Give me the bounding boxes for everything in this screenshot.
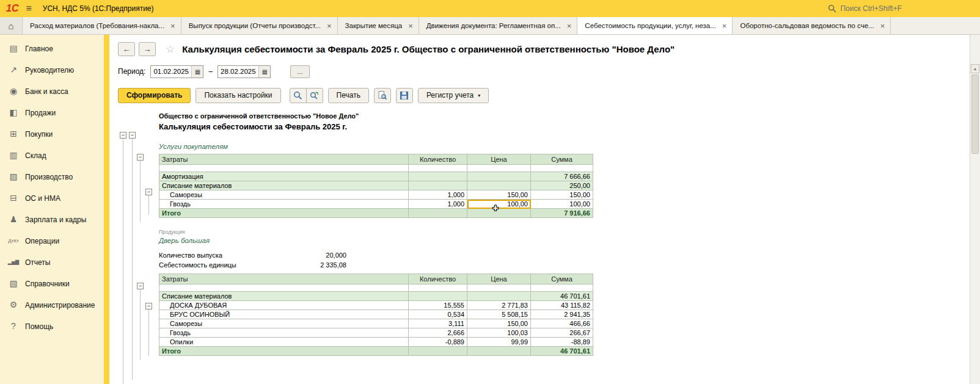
cell-label[interactable]: Гвоздь (159, 328, 409, 338)
collapse-button[interactable]: − (137, 283, 144, 289)
cell-qty[interactable]: 1,000 (409, 190, 467, 200)
tab-close-icon[interactable]: × (722, 22, 727, 30)
cell-label[interactable]: Опилки (159, 338, 409, 347)
collapse-button[interactable]: − (137, 154, 144, 161)
cell-label[interactable]: Амортизация (159, 172, 409, 181)
cell-qty[interactable] (409, 284, 467, 292)
table-row[interactable]: Итого 7 916,66 (159, 209, 593, 218)
generate-button[interactable]: Сформировать (118, 88, 191, 103)
cell-label[interactable]: Саморезы (159, 190, 409, 200)
tab-close-icon[interactable]: × (327, 22, 332, 30)
cell-label[interactable]: Гвоздь (159, 200, 409, 209)
cell-sum[interactable]: 266,67 (531, 328, 593, 338)
sidebar-item-bank-i-kassa[interactable]: ◉ Банк и касса (0, 81, 104, 102)
cell-sum[interactable]: 46 701,61 (531, 292, 593, 301)
find-refresh-button[interactable] (306, 88, 323, 103)
cell-label[interactable]: ДОСКА ДУБОВАЯ (159, 301, 409, 310)
tab-close-icon[interactable]: × (567, 22, 572, 30)
collapse-button[interactable]: − (129, 132, 136, 139)
sidebar-item-administrirovanie[interactable]: ⚙ Администрирование (0, 294, 104, 316)
cell-price[interactable]: 100,03 (467, 328, 531, 338)
cell-sum[interactable]: 150,00 (531, 190, 593, 200)
scroll-up-button[interactable]: ▲ (971, 64, 979, 73)
column-header-summa[interactable]: Сумма (531, 154, 593, 165)
cell-sum[interactable]: 466,66 (531, 319, 593, 328)
calendar-icon[interactable]: ▦ (191, 66, 203, 78)
cell-price[interactable]: 99,99 (467, 338, 531, 347)
tab-close-icon[interactable]: × (880, 22, 885, 30)
cell-sum[interactable]: 100,00 (531, 200, 593, 209)
table-row[interactable] (159, 165, 593, 172)
sidebar-item-sklad[interactable]: ▥ Склад (0, 145, 104, 166)
cell-price[interactable]: 2 771,83 (467, 301, 531, 310)
cell-label[interactable] (159, 165, 409, 172)
table-row[interactable]: Опилки -0,889 99,99 -88,89 (159, 338, 593, 347)
tab-dvizheniya-dokumenta[interactable]: Движения документа: Регламентная оп... × (419, 17, 578, 34)
table-row[interactable]: Списание материалов 250,00 (159, 181, 593, 190)
cell-sum[interactable]: 46 701,61 (531, 347, 593, 356)
tab-rashod-materialov[interactable]: Расход материалов (Требования-накла... × (23, 17, 181, 34)
cell-label[interactable]: Саморезы (159, 319, 409, 328)
cell-price[interactable] (467, 165, 531, 172)
table-row[interactable]: ДОСКА ДУБОВАЯ 15,555 2 771,83 43 115,82 (159, 301, 593, 310)
vertical-scrollbar[interactable]: ▲ (970, 35, 980, 384)
cell-label[interactable]: Итого (159, 209, 409, 218)
cell-qty[interactable] (409, 292, 467, 301)
save-button[interactable] (396, 88, 413, 103)
tab-close-icon[interactable]: × (170, 22, 175, 30)
home-tab[interactable]: ⌂ (0, 17, 23, 34)
cell-qty[interactable]: 2,666 (409, 328, 467, 338)
tab-vypusk-produkcii[interactable]: Выпуск продукции (Отчеты производст... × (181, 17, 338, 34)
table-row[interactable]: Гвоздь 2,666 100,03 266,67 (159, 328, 593, 338)
cell-qty[interactable]: 3,111 (409, 319, 467, 328)
cell-label[interactable] (159, 284, 409, 292)
cell-qty[interactable] (409, 172, 467, 181)
column-header-zatraty[interactable]: Затраты (159, 274, 409, 284)
tab-oborotno-saldovaya[interactable]: Оборотно-сальдовая ведомость по сче... × (733, 17, 891, 34)
table-row[interactable]: Саморезы 3,111 150,00 466,66 (159, 319, 593, 328)
cell-qty[interactable] (409, 209, 467, 218)
sidebar-item-operacii[interactable]: ДтКт Операции (0, 230, 104, 252)
collapse-button[interactable]: − (145, 189, 152, 195)
sidebar-item-glavnoe[interactable]: ▤ Главное (0, 38, 104, 59)
sidebar-item-os-i-nma[interactable]: ⊟ ОС и НМА (0, 187, 104, 209)
table-row[interactable]: БРУС ОСИНОВЫЙ 0,534 5 508,15 2 941,35 (159, 310, 593, 319)
cell-qty[interactable] (409, 347, 467, 356)
sidebar-item-pokupki[interactable]: ⊞ Покупки (0, 123, 104, 145)
column-header-summa[interactable]: Сумма (531, 274, 593, 284)
table-row[interactable] (159, 284, 593, 292)
column-header-cena[interactable]: Цена (467, 274, 531, 284)
cell-label[interactable]: Списание материалов (159, 292, 409, 301)
cell-price[interactable] (467, 292, 531, 301)
cell-price[interactable]: 5 508,15 (467, 310, 531, 319)
table-row[interactable]: Итого 46 701,61 (159, 347, 593, 356)
sidebar-item-spravochniki[interactable]: ▧ Справочники (0, 273, 104, 294)
tab-sebestoimost[interactable]: Себестоимость продукции, услуг, неза... … (577, 17, 733, 34)
scrollbar-thumb[interactable] (971, 74, 979, 154)
period-more-button[interactable]: ... (290, 65, 310, 78)
show-settings-button[interactable]: Показать настройки (196, 88, 280, 103)
sidebar-item-prodazhi[interactable]: ◧ Продажи (0, 102, 104, 123)
cell-price[interactable] (467, 284, 531, 292)
cell-qty[interactable] (409, 181, 467, 190)
preview-button[interactable] (374, 88, 391, 103)
cell-sum[interactable]: 7 666,66 (531, 172, 593, 181)
sidebar-item-rukovoditelyu[interactable]: ↗ Руководителю (0, 59, 104, 81)
sidebar-item-zarplata-i-kadry[interactable]: ♟ Зарплата и кадры (0, 209, 104, 230)
cell-sum[interactable]: 250,00 (531, 181, 593, 190)
back-button[interactable]: ← (118, 42, 135, 56)
sidebar-splitter[interactable] (104, 35, 109, 384)
cell-price[interactable] (467, 209, 531, 218)
cell-label[interactable]: Списание материалов (159, 181, 409, 190)
cell-qty[interactable]: -0,889 (409, 338, 467, 347)
cell-sum[interactable]: 7 916,66 (531, 209, 593, 218)
cell-sum[interactable]: -88,89 (531, 338, 593, 347)
cell-price[interactable] (467, 181, 531, 190)
collapse-button[interactable]: − (120, 132, 126, 139)
cell-price[interactable] (467, 347, 531, 356)
sidebar-item-otchety[interactable]: ▂▅▇ Отчеты (0, 252, 104, 273)
period-from-input[interactable] (151, 66, 191, 78)
sidebar-item-pomosch[interactable]: ? Помощь (0, 316, 104, 337)
table-row[interactable]: Амортизация 7 666,66 (159, 172, 593, 181)
cell-price[interactable]: 100,00 (467, 200, 531, 209)
